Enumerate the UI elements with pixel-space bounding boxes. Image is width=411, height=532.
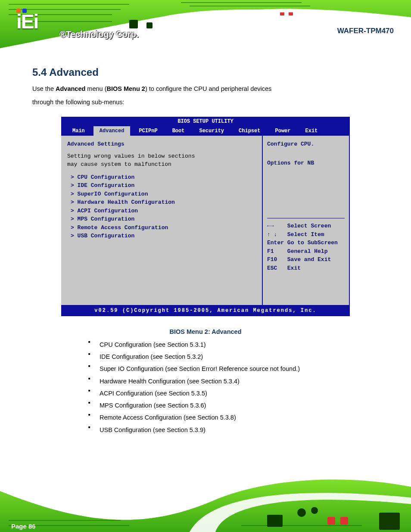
bios-warning-2: may cause system to malfunction	[67, 160, 256, 169]
list-item: IDE Configuration (see Section 5.3.2)	[88, 351, 379, 363]
bios-tab-main[interactable]: Main	[66, 126, 91, 136]
svg-rect-16	[379, 513, 400, 530]
brand-logo: iEi ®Technology Corp.	[16, 9, 38, 31]
bios-left-pane: Advanced Settings Setting wrong values i…	[61, 136, 263, 305]
bios-copyright: v02.59 (C)Copyright 1985-2005, American …	[61, 305, 350, 316]
bios-item-superio[interactable]: > SuperIO Configuration	[67, 190, 256, 199]
bios-item-usb[interactable]: > USB Configuration	[67, 232, 256, 240]
bios-tab-chipset[interactable]: Chipset	[233, 126, 266, 136]
nav-f10: F10 Save and Exit	[267, 255, 345, 264]
nav-esc: ESC Exit	[267, 264, 345, 273]
nav-f1: F1 General Help	[267, 247, 345, 256]
page-footer: Page 86	[0, 474, 411, 532]
bios-warning-1: Setting wrong values in below sections	[67, 152, 256, 161]
svg-rect-15	[340, 517, 348, 525]
bios-item-remote[interactable]: > Remote Access Configuration	[67, 224, 256, 232]
logo-text: iEi	[16, 13, 38, 31]
bios-item-mps[interactable]: > MPS Configuration	[67, 215, 256, 224]
intro-link: BIOS Menu 2	[106, 85, 145, 92]
list-item: Super IO Configuration (see Section Erro…	[88, 363, 379, 375]
product-title: WAFER-TPM470	[337, 27, 394, 35]
list-item: Hardware Health Configuration (see Secti…	[88, 375, 379, 387]
list-item: CPU Configuration (see Section 5.3.1)	[88, 339, 379, 351]
list-item: MPS Configuration (see Section 5.3.6)	[88, 399, 379, 411]
nav-enter: Enter Go to SubScreen	[267, 239, 345, 247]
bios-tab-row: Main Advanced PCIPnP Boot Security Chips…	[61, 126, 350, 136]
bios-item-hw[interactable]: > Hardware Health Configuration	[67, 198, 256, 207]
svg-rect-13	[267, 515, 283, 527]
arrow-up-down-icon: ↑ ↓	[267, 231, 277, 238]
header-graphic	[0, 0, 411, 48]
svg-point-18	[311, 507, 318, 514]
intro-text-2: menu (	[85, 85, 106, 92]
bios-tab-advanced[interactable]: Advanced	[93, 126, 131, 136]
bios-help-pane: Configure CPU. Options for NB ←→ Select …	[263, 136, 349, 305]
arrow-left-right-icon: ←→	[267, 223, 274, 229]
bios-screenshot: BIOS SETUP UTILITY Main Advanced PCIPnP …	[61, 117, 350, 316]
list-item: USB Configuration (see Section 5.3.9)	[88, 424, 379, 436]
bios-item-cpu[interactable]: > CPU Configuration	[67, 173, 256, 182]
svg-rect-7	[146, 22, 153, 28]
bios-tab-boot[interactable]: Boot	[166, 126, 191, 136]
menu-bullet-list: CPU Configuration (see Section 5.3.1) ID…	[88, 339, 379, 436]
page-header: iEi ®Technology Corp. WAFER-TPM470	[0, 0, 411, 48]
figure-caption: BIOS Menu 2: Advanced	[32, 328, 379, 335]
page-number: Page 86	[11, 523, 36, 530]
intro-bold: Advanced	[56, 85, 85, 92]
nav-lr: ←→ Select Screen	[267, 222, 345, 230]
bios-item-acpi[interactable]: > ACPI Configuration	[67, 207, 256, 215]
list-item: ACPI Configuration (see Section 5.3.5)	[88, 387, 379, 399]
list-item: Remote Access Configuration (see Section…	[88, 411, 379, 423]
intro-text-3: ) to configure the CPU and peripheral de…	[145, 85, 271, 92]
bios-tab-exit[interactable]: Exit	[299, 126, 324, 136]
bios-help-1: Configure CPU.	[267, 140, 345, 149]
svg-rect-6	[129, 20, 138, 28]
svg-rect-14	[327, 517, 335, 525]
bios-tab-security[interactable]: Security	[193, 126, 230, 136]
nav-ud: ↑ ↓ Select Item	[267, 230, 345, 239]
section-intro-line2: through the following sub-menus:	[32, 97, 379, 108]
intro-text-1: Use the	[32, 85, 56, 92]
bios-menu-header: Advanced Settings	[67, 140, 256, 149]
logo-tagline: ®Technology Corp.	[59, 29, 138, 39]
section-intro-line1: Use the Advanced menu (BIOS Menu 2) to c…	[32, 84, 379, 94]
section-heading: 5.4 Advanced	[32, 66, 379, 78]
svg-point-17	[297, 508, 306, 517]
bios-title-bar: BIOS SETUP UTILITY	[61, 117, 350, 126]
bios-help-2: Options for NB	[267, 159, 345, 168]
bios-tab-pcipnp[interactable]: PCIPnP	[133, 126, 163, 136]
bios-item-ide[interactable]: > IDE Configuration	[67, 181, 256, 190]
bios-tab-power[interactable]: Power	[269, 126, 296, 136]
